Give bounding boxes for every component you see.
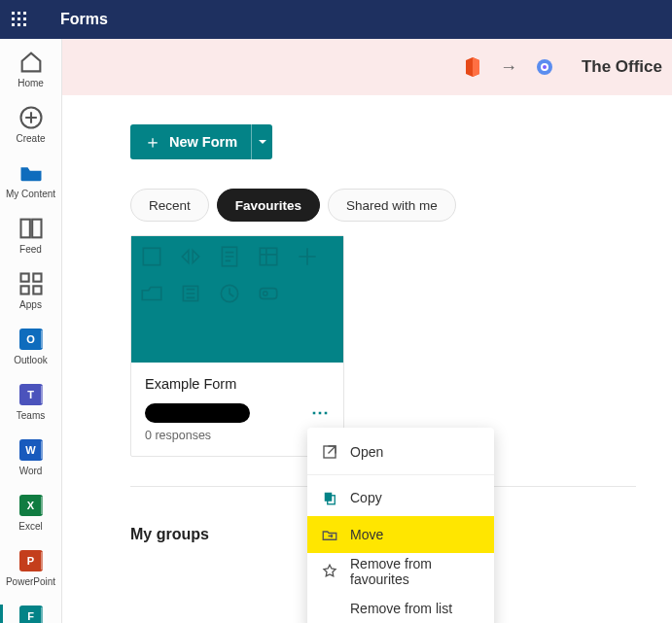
- svg-point-25: [264, 292, 267, 295]
- menu-item-open[interactable]: Open: [307, 433, 494, 470]
- svg-rect-12: [20, 274, 28, 282]
- menu-label: Remove from favourites: [350, 556, 480, 587]
- menu-label: Copy: [350, 490, 382, 505]
- svg-rect-19: [143, 248, 159, 264]
- card-context-menu: Open Copy Move Remove from favourites Re…: [307, 428, 494, 623]
- plus-circle-icon: [18, 104, 45, 131]
- svg-rect-4: [18, 17, 20, 20]
- svg-rect-15: [33, 286, 41, 294]
- svg-rect-0: [12, 12, 15, 15]
- sidebar-item-my-content[interactable]: My Content: [0, 159, 62, 199]
- svg-rect-5: [23, 17, 26, 20]
- new-form-dropdown[interactable]: [251, 124, 272, 159]
- app-title: Forms: [60, 11, 108, 28]
- svg-rect-7: [18, 23, 20, 26]
- form-card-responses: 0 responses: [145, 429, 330, 442]
- sidebar-label: Excel: [18, 521, 42, 532]
- sidebar-label: Outlook: [14, 355, 47, 365]
- sidebar-item-create[interactable]: Create: [0, 104, 62, 144]
- sidebar-label: Feed: [19, 244, 42, 255]
- filter-shared[interactable]: Shared with me: [328, 189, 456, 222]
- outlook-icon: O: [18, 326, 45, 353]
- sidebar-item-feed[interactable]: Feed: [0, 215, 62, 255]
- filter-recent[interactable]: Recent: [130, 189, 209, 222]
- menu-separator: [307, 474, 494, 475]
- sidebar-label: Teams: [17, 410, 45, 421]
- plus-icon: ＋: [144, 130, 161, 154]
- svg-rect-8: [23, 23, 26, 26]
- new-form-button[interactable]: ＋ New Form: [130, 124, 251, 159]
- sidebar-label: My Content: [6, 189, 55, 199]
- office-logo-icon: [459, 53, 486, 81]
- svg-rect-6: [12, 23, 15, 26]
- sidebar-item-outlook[interactable]: O Outlook: [0, 326, 62, 365]
- menu-item-remove-favourites[interactable]: Remove from favourites: [307, 553, 494, 590]
- home-icon: [18, 49, 45, 76]
- svg-rect-2: [23, 12, 26, 15]
- svg-point-18: [543, 65, 547, 69]
- form-card-author-redacted: [145, 403, 250, 423]
- svg-rect-21: [260, 248, 276, 264]
- star-remove-icon: [321, 563, 338, 580]
- sidebar-item-teams[interactable]: T Teams: [0, 381, 62, 421]
- form-card[interactable]: Example Form 0 responses ⋯: [130, 235, 344, 457]
- sidebar-item-forms[interactable]: F: [0, 603, 62, 623]
- sidebar-item-word[interactable]: W Word: [0, 436, 62, 476]
- top-bar: Forms: [0, 0, 672, 39]
- sidebar-label: PowerPoint: [6, 576, 55, 587]
- sidebar-item-home[interactable]: Home: [0, 49, 62, 88]
- folder-icon: [18, 159, 45, 187]
- new-form-button-group: ＋ New Form: [130, 124, 272, 159]
- apps-icon: [18, 270, 45, 297]
- svg-rect-11: [32, 220, 41, 238]
- powerpoint-icon: P: [18, 547, 45, 574]
- svg-rect-14: [20, 286, 28, 294]
- sidebar-item-excel[interactable]: X Excel: [0, 492, 62, 532]
- forms-icon: F: [18, 603, 45, 623]
- move-icon: [321, 526, 338, 543]
- feed-icon: [18, 215, 45, 242]
- copilot-icon: [531, 53, 558, 81]
- form-card-title: Example Form: [145, 376, 330, 392]
- sidebar-label: Home: [18, 78, 44, 88]
- filter-favourites[interactable]: Favourites: [217, 189, 320, 222]
- svg-rect-27: [325, 493, 333, 502]
- sidebar-label: Apps: [19, 299, 42, 310]
- new-form-label: New Form: [169, 134, 237, 150]
- menu-label: Remove from list: [350, 601, 452, 616]
- menu-item-copy[interactable]: Copy: [307, 479, 494, 516]
- svg-rect-10: [20, 220, 29, 238]
- sidebar-item-powerpoint[interactable]: P PowerPoint: [0, 547, 62, 587]
- open-icon: [321, 443, 338, 461]
- app-launcher-icon[interactable]: [0, 0, 39, 39]
- sidebar-label: Create: [16, 133, 45, 144]
- teams-icon: T: [18, 381, 45, 408]
- copy-icon: [321, 489, 338, 506]
- menu-label: Move: [350, 527, 383, 542]
- svg-rect-1: [18, 12, 20, 15]
- global-sidebar: Home Create My Content Feed Apps O Outlo…: [0, 39, 62, 623]
- filter-tabs: Recent Favourites Shared with me: [130, 189, 672, 222]
- word-icon: W: [18, 436, 45, 464]
- form-card-thumbnail: [131, 236, 343, 363]
- excel-icon: X: [18, 492, 45, 519]
- svg-rect-13: [33, 274, 41, 282]
- arrow-right-icon: →: [500, 57, 517, 78]
- menu-label: Open: [350, 444, 383, 460]
- menu-item-remove-list[interactable]: Remove from list: [307, 590, 494, 623]
- form-card-more-button[interactable]: ⋯: [311, 401, 330, 423]
- svg-rect-3: [12, 17, 15, 20]
- sidebar-item-apps[interactable]: Apps: [0, 270, 62, 310]
- banner-text: The Office: [582, 57, 662, 77]
- sidebar-label: Word: [19, 466, 43, 476]
- menu-item-move[interactable]: Move: [307, 516, 494, 553]
- promo-banner: → The Office: [62, 39, 672, 95]
